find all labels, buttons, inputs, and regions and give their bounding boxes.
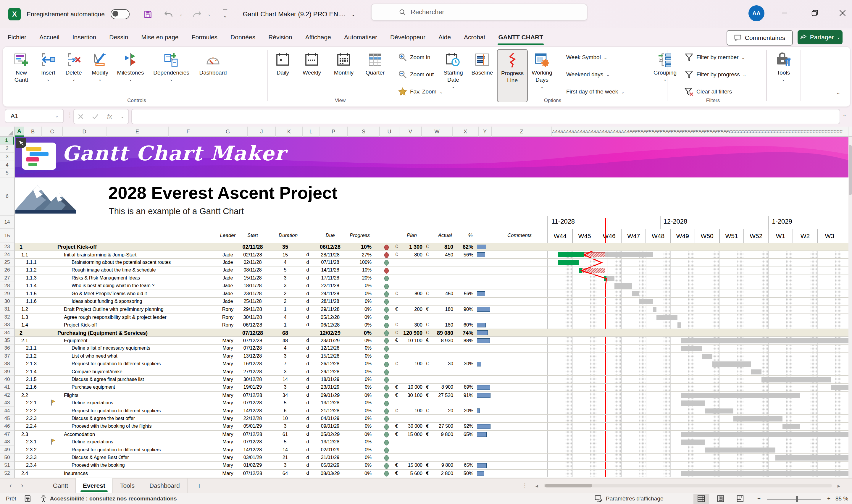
gantt-bar-remaining[interactable] [733,416,782,421]
gantt-bar-remaining[interactable] [677,322,681,328]
undo-icon[interactable] [164,10,174,18]
task-name[interactable]: Flights [64,393,78,398]
row-header-26[interactable]: 26 [0,267,14,274]
task-wbs[interactable]: 2 [19,330,22,336]
task-due[interactable]: 12/12/28 [316,345,344,351]
task-start[interactable]: 02/11/28 [238,244,267,250]
row-header-1[interactable]: 1 [0,137,14,145]
ribbon-button-fav.-zoom[interactable]: Fav. Zoom⌄ [398,85,443,98]
task-actual[interactable]: 9 800 [430,463,453,468]
gantt-bar-remaining[interactable] [712,361,751,367]
row-header-37[interactable]: 37 [0,353,14,360]
row-header-30[interactable]: 30 [0,298,14,306]
gantt-bar-remaining[interactable] [782,424,800,430]
menu-tab-accueil[interactable]: Accueil [33,29,66,46]
column-header-F[interactable]: F [169,127,208,137]
ribbon-button-new-gantt[interactable]: NewGantt [8,49,35,101]
task-wbs[interactable]: 2.1.6 [26,384,37,390]
task-cost-pct[interactable]: 92% [453,424,473,429]
column-header-P[interactable]: P [320,127,348,137]
restore-button[interactable] [802,0,828,26]
gantt-bar-remaining[interactable] [653,307,656,312]
task-due[interactable]: 07/11/28 [316,260,344,265]
task-wbs[interactable]: 2.3.3 [26,455,37,460]
ribbon-button-first-day-of-the-week[interactable]: First day of the week⌄ [566,85,624,98]
display-settings-button[interactable]: Paramètres d'affichage [595,495,663,502]
task-due[interactable]: 21/12/28 [316,408,344,414]
task-wbs[interactable]: 2.1.1 [26,345,37,351]
task-actual[interactable]: 450 [430,252,453,258]
row-header-46[interactable]: 46 [0,423,14,430]
task-cost-pct[interactable]: 90% [453,306,473,312]
task-due[interactable]: 31/01/29 [316,455,344,460]
column-header-Y[interactable]: Y [479,127,492,137]
customize-toolbar-icon[interactable]: ▔⌄ [223,11,227,17]
menu-tab-affichage[interactable]: Affichage [299,29,338,46]
task-progress[interactable]: 0% [346,439,371,445]
task-name[interactable]: Brainstorming about the potential ascent… [72,260,171,265]
task-progress[interactable]: 0% [346,447,371,452]
column-header-J[interactable]: J [248,127,276,137]
row-header-34[interactable]: 34 [0,329,14,337]
task-wbs[interactable]: 2.1.5 [26,377,37,382]
task-wbs[interactable]: 1.1.1 [26,260,37,265]
task-due[interactable]: 05/12/28 [316,314,344,320]
gantt-bar-done[interactable] [558,260,579,265]
task-due[interactable]: 05/02/29 [316,463,344,468]
search-input[interactable]: Rechercher [371,3,587,21]
sheet-tab-gantt[interactable]: Gantt [46,478,76,493]
share-button[interactable]: Partager ⌄ [798,30,842,44]
cancel-icon[interactable] [78,114,84,119]
row-header-3[interactable]: 3 [0,153,14,161]
macro-record-icon[interactable] [24,495,32,502]
task-start[interactable]: 19/01/29 [238,384,267,390]
ribbon-button-modify[interactable]: Modify⌄ [87,49,113,101]
task-progress[interactable]: 20% [346,275,371,281]
task-actual[interactable]: 27 500 [430,424,453,429]
horizontal-scrollbar[interactable]: ◂ ▸ [536,482,840,489]
task-due[interactable]: 06/12/28 [316,244,344,250]
task-wbs[interactable]: 2.2.4 [26,424,37,429]
gantt-bar-remaining[interactable] [605,252,653,258]
task-name[interactable]: Who is best at doing what in the team ? [72,283,155,288]
task-plan[interactable]: 1 300 [399,244,422,250]
ribbon-button-milestones[interactable]: Milestones⌄ [114,49,147,101]
ribbon-button-baseline[interactable]: Baseline [469,49,496,101]
gantt-bar-behind[interactable] [584,252,605,258]
task-duration[interactable]: 61 [274,432,296,437]
task-due[interactable]: 29/11/28 [316,306,344,312]
gantt-bar-remaining[interactable] [656,315,677,320]
task-duration[interactable]: 48 [274,338,296,344]
task-plan[interactable]: 30 100 [399,393,422,398]
column-header-X[interactable]: X [453,127,479,137]
task-due[interactable]: 12/02/29 [316,330,344,336]
task-plan[interactable]: 200 [399,306,422,312]
task-start[interactable]: 02/11/28 [238,260,267,265]
task-actual[interactable]: 8 900 [430,384,453,390]
page-layout-view-icon[interactable] [713,494,728,504]
task-actual[interactable]: 180 [430,306,453,312]
task-due[interactable]: 14/11/28 [316,267,344,273]
task-plan[interactable]: 30 000 [399,424,422,429]
task-plan[interactable]: 100 [399,361,422,366]
task-start[interactable]: 07/12/28 [238,400,267,406]
task-start[interactable]: 15/11/28 [238,275,267,281]
task-plan[interactable]: 15 000 [399,463,422,468]
gantt-bar-remaining[interactable] [681,338,849,343]
task-duration[interactable]: 35 [274,244,296,250]
task-duration[interactable]: 3 [274,275,296,281]
task-progress[interactable]: 0% [346,338,371,344]
zoom-out-button[interactable]: − [757,496,761,502]
gantt-bar-remaining[interactable] [681,400,705,406]
ribbon-button-filter-by-member[interactable]: Filter by member⌄ [685,51,745,64]
task-duration[interactable]: 1 [274,306,296,312]
task-plan[interactable]: 5 600 [399,471,422,476]
task-duration[interactable]: 5 [274,400,296,406]
gantt-bar-done[interactable] [558,252,584,258]
task-duration[interactable]: 3 [274,354,296,359]
task-due[interactable]: 06/12/28 [316,322,344,328]
task-duration[interactable]: 3 [274,424,296,429]
ribbon-button-monthly[interactable]: Monthly [328,49,359,101]
task-name[interactable]: Ideas about funding & sponsoring [72,299,142,304]
zoom-level[interactable]: 85 % [835,496,848,502]
